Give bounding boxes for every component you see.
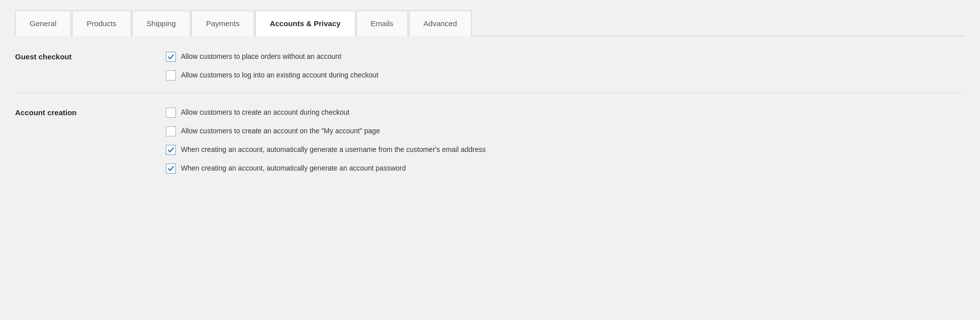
checkbox-allow-create-on-my-account-label: Allow customers to create an account on … [181,126,380,136]
guest-checkout-section: Guest checkout Allow customers to place … [15,51,965,81]
tab-payments[interactable]: Payments [191,11,254,36]
checkbox-auto-generate-username[interactable] [166,145,176,155]
account-creation-option-3: When creating an account, automatically … [166,144,486,155]
account-creation-option-4: When creating an account, automatically … [166,163,486,174]
checkbox-auto-generate-username-label: When creating an account, automatically … [181,144,486,155]
tab-products[interactable]: Products [72,11,131,36]
checkbox-allow-login-during-checkout[interactable] [166,70,176,81]
page-wrapper: General Products Shipping Payments Accou… [0,0,980,320]
checkbox-allow-orders-without-account[interactable] [166,52,176,62]
checkbox-allow-login-during-checkout-label: Allow customers to log into an existing … [181,70,378,81]
account-creation-section: Account creation Allow customers to crea… [15,107,965,174]
guest-checkout-option-2: Allow customers to log into an existing … [166,70,378,81]
tab-emails[interactable]: Emails [356,11,408,36]
tab-accounts-privacy[interactable]: Accounts & Privacy [255,11,355,36]
checkbox-allow-create-on-my-account[interactable] [166,126,176,136]
checkbox-allow-create-during-checkout[interactable] [166,108,176,118]
checkbox-allow-create-during-checkout-label: Allow customers to create an account dur… [181,107,349,118]
guest-checkout-option-1: Allow customers to place orders without … [166,51,378,62]
tab-advanced[interactable]: Advanced [409,11,472,36]
tab-general[interactable]: General [15,11,71,36]
tab-shipping[interactable]: Shipping [132,11,190,36]
checkbox-allow-orders-without-account-label: Allow customers to place orders without … [181,51,341,62]
account-creation-option-1: Allow customers to create an account dur… [166,107,486,118]
checkbox-auto-generate-password-label: When creating an account, automatically … [181,163,406,174]
checkbox-auto-generate-password[interactable] [166,164,176,174]
account-creation-options: Allow customers to create an account dur… [166,107,486,174]
guest-checkout-options: Allow customers to place orders without … [166,51,378,81]
guest-checkout-label: Guest checkout [15,51,166,61]
tabs-bar: General Products Shipping Payments Accou… [15,10,965,36]
section-divider [15,93,965,93]
account-creation-option-2: Allow customers to create an account on … [166,126,486,136]
account-creation-label: Account creation [15,107,166,117]
